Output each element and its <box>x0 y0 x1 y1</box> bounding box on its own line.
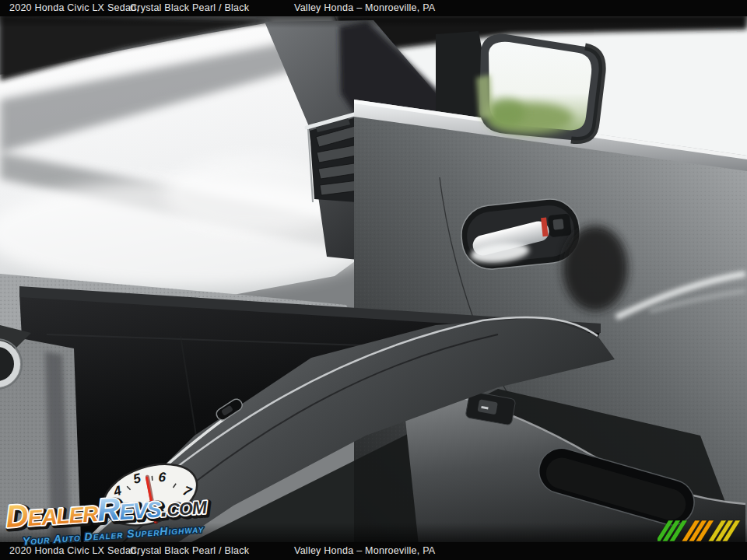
caption-vehicle: 2020 Honda Civic LX Sedan, <box>9 0 139 16</box>
vehicle-interior-photo: 2020 Honda Civic LX Sedan, Crystal Black… <box>0 0 747 560</box>
caption-bar-top: 2020 Honda Civic LX Sedan, Crystal Black… <box>0 0 747 16</box>
caption-color-spec: Crystal Black Pearl / Black <box>130 0 249 16</box>
brand-revs: Revs <box>96 488 163 527</box>
stripes-watermark <box>658 513 742 549</box>
brand-com: .com <box>160 490 209 522</box>
dash-knob <box>0 344 17 384</box>
brand-dealer: Dealer <box>5 493 100 534</box>
caption-dealer: Valley Honda – Monroeville, PA <box>294 542 435 560</box>
dealerrevs-watermark: 4 5 6 7 DealerRevs.com DealerRevs.com De… <box>0 454 247 556</box>
side-mirror <box>476 34 602 141</box>
gauge-number: 6 <box>158 470 167 485</box>
caption-dealer: Valley Honda – Monroeville, PA <box>294 0 435 16</box>
handle-shadow <box>563 226 628 311</box>
